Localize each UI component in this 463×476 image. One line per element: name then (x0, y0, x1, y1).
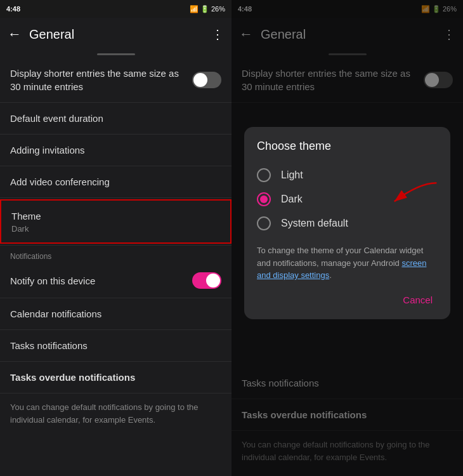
toggle-knob (193, 73, 207, 87)
radio-system[interactable] (257, 216, 271, 230)
notifications-section-label: Notifications (0, 246, 232, 263)
radio-dark[interactable] (257, 192, 271, 206)
time-left: 4:48 (6, 5, 20, 13)
choose-theme-dialog: Choose theme Light Dark System default T… (244, 127, 450, 319)
dialog-actions: Cancel (257, 291, 438, 309)
dialog-note: To change the theme of your Calendar wid… (257, 244, 438, 282)
theme-option-dark[interactable]: Dark (257, 187, 438, 211)
notify-device-label: Notify on this device (10, 274, 192, 288)
adding-invitations-item[interactable]: Adding invitations (0, 135, 232, 166)
add-video-conferencing-label: Add video conferencing (10, 176, 110, 187)
shorter-entries-item[interactable]: Display shorter entries the same size as… (0, 58, 232, 103)
radio-dark-label: Dark (281, 194, 303, 205)
theme-option-system[interactable]: System default (257, 211, 438, 235)
right-panel: 4:48 📶 🔋 26% ← General ⋮ Display shorter… (232, 0, 463, 476)
back-button-left[interactable]: ← (8, 26, 22, 43)
theme-label: Theme (11, 209, 220, 223)
header-left: ← General ⋮ (0, 18, 232, 51)
signal-icons: 📶 🔋 (190, 5, 209, 13)
shorter-entries-toggle[interactable] (192, 72, 221, 88)
notify-device-toggle[interactable] (192, 272, 221, 289)
calendar-notifications-item[interactable]: Calendar notifications (0, 298, 232, 330)
shorter-entries-label: Display shorter entries the same size as… (10, 67, 192, 93)
more-options-left[interactable]: ⋮ (211, 27, 224, 42)
theme-item[interactable]: Theme Dark (0, 199, 232, 244)
theme-option-light[interactable]: Light (257, 163, 438, 187)
calendar-notifications-label: Calendar notifications (10, 308, 101, 319)
status-icons-left: 📶 🔋 26% (190, 5, 225, 13)
page-title-left: General (29, 27, 211, 42)
radio-light-label: Light (281, 169, 303, 181)
default-event-duration-label: Default event duration (10, 113, 103, 124)
toggle-knob-on (206, 274, 220, 288)
theme-value: Dark (11, 224, 220, 234)
radio-dark-inner (260, 195, 268, 203)
settings-list-left: Display shorter entries the same size as… (0, 58, 232, 476)
status-bar-left: 4:48 📶 🔋 26% (0, 0, 232, 18)
radio-system-label: System default (281, 218, 348, 229)
tasks-notifications-label: Tasks notifications (10, 340, 88, 351)
left-panel: 4:48 📶 🔋 26% ← General ⋮ Display shorter… (0, 0, 232, 476)
add-video-conferencing-item[interactable]: Add video conferencing (0, 166, 232, 198)
tasks-notifications-item[interactable]: Tasks notifications (0, 330, 232, 362)
scroll-indicator-left (97, 53, 135, 55)
cancel-button[interactable]: Cancel (398, 291, 438, 309)
notify-device-item[interactable]: Notify on this device (0, 263, 232, 298)
tasks-overdue-item[interactable]: Tasks overdue notifications (0, 362, 232, 393)
default-event-duration-item[interactable]: Default event duration (0, 103, 232, 135)
dialog-title: Choose theme (257, 140, 438, 153)
radio-light[interactable] (257, 168, 271, 182)
tasks-overdue-label: Tasks overdue notifications (10, 372, 135, 383)
bottom-note-left: You can change default notifications by … (0, 393, 232, 433)
adding-invitations-label: Adding invitations (10, 145, 85, 155)
